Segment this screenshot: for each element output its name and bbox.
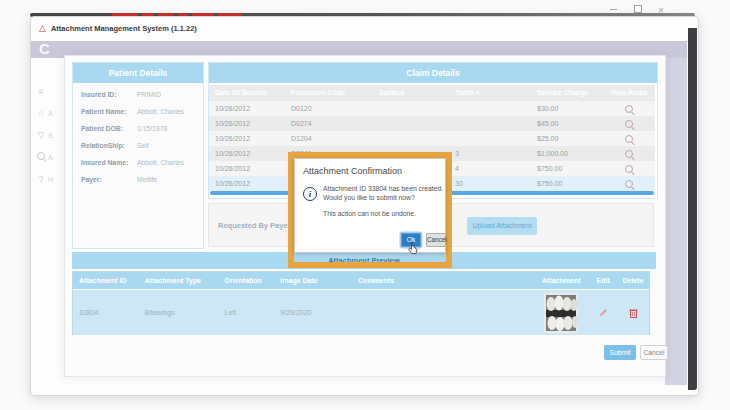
patient-field: Insured ID: PRIMID [81,91,117,98]
image-date-cell: 9/29/2020 [274,290,352,335]
sidebar-item-label: H [48,176,53,183]
view-rules-icon[interactable] [603,161,655,176]
col-service-charge: Service Charge [531,85,603,101]
close-button[interactable]: × [654,5,668,16]
minimize-button[interactable] [606,2,620,12]
claim-row: 10/26/2012D0120$30.00 [209,101,655,116]
patient-field: Payer: Metlife [81,176,102,183]
dialog-line1: Attachment ID 33804 has been created. [323,185,443,192]
page-background-strip [665,57,687,385]
patient-details-title: Patient Details [73,63,203,83]
filter-icon: ▽ [34,130,48,140]
window-title: Attachment Management System (1.1.22) [51,24,197,33]
col-image-date: Image Date [274,272,352,289]
app-warning-icon: △ [39,24,46,33]
frame-edge [688,28,697,390]
claim-table-header: Date Of Service Procedure Code Surface T… [209,85,655,101]
dialog-cancel-button[interactable]: Cancel [426,233,446,247]
view-rules-icon[interactable] [603,146,655,161]
patient-field: Insured Name: Abbott, Charles [81,159,128,166]
xray-thumbnail[interactable] [533,290,589,335]
upload-attachment-button[interactable]: Upload Attachment [467,217,537,235]
sidebar-item-label: S [48,132,53,139]
patient-field: Patient DOB: 1/15/1978 [81,125,123,132]
col-procedure-code: Procedure Code [285,85,373,101]
comments-cell [352,290,533,335]
attachment-table: Attachment ID Attachment Type Orientatio… [72,271,650,335]
col-orientation: Orientation [219,272,275,289]
view-rules-icon[interactable] [603,131,655,146]
delete-icon[interactable] [617,290,649,335]
mouse-cursor-icon [407,241,418,259]
attachment-id-cell: 33804 [73,290,139,335]
field-value: 1/15/1978 [137,125,167,132]
info-icon: i [303,187,317,201]
col-edit: Edit [589,272,617,289]
field-value: Self [137,142,149,149]
orientation-cell: Left [219,290,275,335]
field-label: Insured ID: [81,91,117,98]
sidebar: ≡ ⌂ A ▽ S A ? H [34,80,64,190]
view-rules-icon[interactable] [603,176,655,191]
home-icon: ⌂ [34,108,48,118]
patient-details-panel: Patient Details Insured ID: PRIMID Patie… [72,62,204,249]
dialog-line3: This action can not be undone. [323,210,416,217]
field-label: Patient Name: [81,108,126,115]
field-label: Insured Name: [81,159,128,166]
col-delete: Delete [617,272,649,289]
sidebar-item-label: A [48,154,53,161]
field-label: RelationShip: [81,142,125,149]
sidebar-item-help[interactable]: ? H [34,168,64,190]
view-rules-icon[interactable] [603,101,655,116]
sidebar-item-search[interactable]: A [34,146,64,168]
col-comments: Comments [352,272,533,289]
col-tooth: Tooth # [445,85,531,101]
help-icon: ? [34,174,48,184]
claim-row: 10/26/2012D0274$45.00 [209,116,655,131]
patient-field: RelationShip: Self [81,142,125,149]
view-rules-icon[interactable] [603,116,655,131]
window-titlebar: △ Attachment Management System (1.1.22) [30,17,690,40]
edit-icon[interactable] [589,290,617,335]
col-date-of-service: Date Of Service [209,85,285,101]
col-attachment-id: Attachment ID [73,272,139,289]
dialog-title: Attachment Confirmation [303,166,402,176]
attachment-row: 33804 Bitewings Left 9/29/2020 [73,289,649,335]
xray-image [544,293,578,333]
col-attachment: Attachment [533,272,589,289]
sidebar-item-filter[interactable]: ▽ S [34,124,64,146]
attachment-table-header: Attachment ID Attachment Type Orientatio… [73,272,649,289]
attachment-type-cell: Bitewings [139,290,219,335]
claim-row: 10/26/2012D1204$25.00 [209,131,655,146]
field-value: Abbott, Charles [137,108,184,115]
field-value: Abbott, Charles [137,159,184,166]
field-label: Payer: [81,176,102,183]
sidebar-menu-toggle[interactable]: ≡ [34,80,64,102]
cancel-button[interactable]: Cancel [640,345,668,360]
sidebar-item-label: A [48,110,53,117]
field-value: Metlife [137,176,157,183]
claim-details-title: Claim Details [209,63,657,83]
patient-field: Patient Name: Abbott, Charles [81,108,126,115]
app-logo: C [39,40,50,57]
sidebar-item-home[interactable]: ⌂ A [34,102,64,124]
col-view-rules: View Rules [603,85,655,101]
attachment-confirmation-dialog: Attachment Confirmation i Attachment ID … [294,158,446,253]
requested-by-payer-label: Requested By Payer [218,221,291,230]
maximize-button[interactable] [631,5,645,15]
search-icon [34,152,48,162]
field-label: Patient DOB: [81,125,123,132]
submit-button[interactable]: Submit [604,345,636,360]
col-attachment-type: Attachment Type [139,272,219,289]
col-surface: Surface [373,85,445,101]
dialog-line2: Would you like to submit now? [323,194,415,201]
menu-icon: ≡ [34,86,48,96]
field-value: PRIMID [137,91,161,98]
